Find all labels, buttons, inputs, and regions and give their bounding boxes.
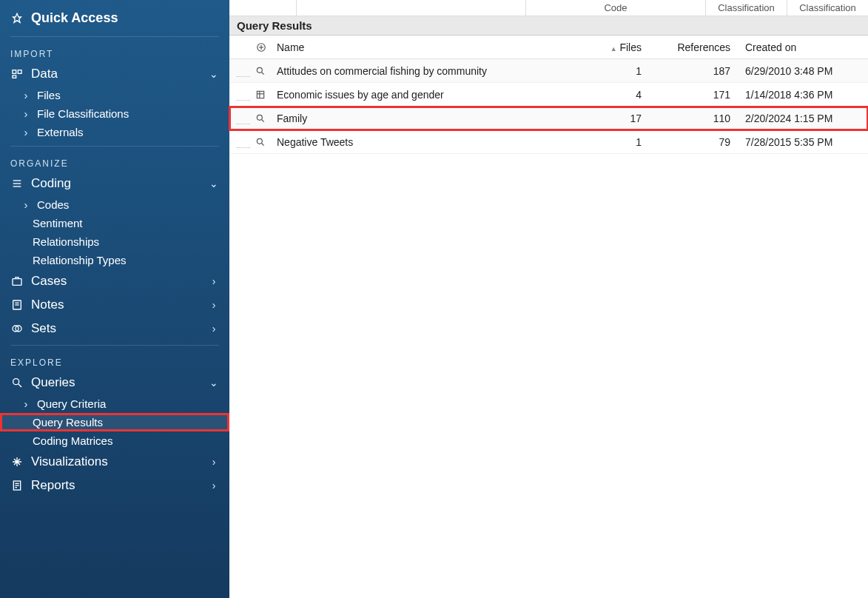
notes-icon [10, 298, 24, 312]
nav-reports[interactable]: Reports › [0, 474, 229, 497]
search-icon [10, 376, 24, 389]
col-name-label: Name [277, 41, 304, 53]
nav-sets-label: Sets [31, 321, 56, 336]
nav-queries-results[interactable]: Query Results [0, 413, 229, 431]
nav-coding-relationships[interactable]: Relationships [0, 232, 229, 251]
row-refs: 79 [653, 136, 742, 148]
row-name: Attitudes on commercial fishing by commu… [274, 65, 587, 77]
nav-coding-relationship-types-label: Relationship Types [33, 254, 126, 266]
report-icon [10, 479, 24, 492]
chevron-down-icon: ⌄ [209, 178, 219, 189]
nav-data-files[interactable]: › Files [0, 86, 229, 104]
quick-access-label: Quick Access [31, 10, 118, 26]
svg-line-27 [262, 119, 264, 121]
top-header-class1[interactable]: Classification [705, 0, 787, 16]
sets-icon [10, 322, 24, 335]
nav-data-file-classifications-label: File Classifications [37, 107, 129, 120]
results-table: Name ▲ Files References Created on Attit… [229, 36, 868, 154]
nav-queries-matrices-label: Coding Matrices [33, 434, 112, 447]
magnify-icon [255, 112, 266, 124]
nav-notes-label: Notes [31, 298, 64, 312]
section-explore: EXPLORE [0, 350, 229, 371]
col-created[interactable]: Created on [742, 41, 868, 53]
nav-visualizations-label: Visualizations [31, 454, 108, 469]
nav-coding-relationship-types[interactable]: Relationship Types [0, 251, 229, 269]
top-header-blank1 [229, 0, 296, 16]
svg-point-26 [257, 115, 262, 120]
nav-notes[interactable]: Notes › [0, 293, 229, 317]
top-header-row: Code Classification Classification [229, 0, 868, 16]
top-header-code[interactable]: Code [525, 0, 705, 16]
chevron-right-icon: › [209, 299, 219, 311]
row-date: 7/28/2015 5:35 PM [742, 136, 868, 148]
col-files[interactable]: ▲ Files [587, 41, 653, 53]
row-refs: 110 [653, 112, 742, 124]
nav-data-label: Data [31, 67, 58, 81]
nav-reports-label: Reports [31, 478, 75, 493]
col-references[interactable]: References [653, 41, 742, 53]
nav-sets[interactable]: Sets › [0, 317, 229, 340]
table-row-highlighted[interactable]: Family 17 110 2/20/2024 1:15 PM [229, 107, 868, 130]
table-header: Name ▲ Files References Created on [229, 36, 868, 59]
table-row[interactable]: Economic issues by age and gender 4 171 … [229, 83, 868, 107]
divider [10, 36, 219, 37]
quick-access[interactable]: Quick Access [0, 4, 229, 32]
sidebar: Quick Access IMPORT Data ⌄ › Files › Fil… [0, 0, 229, 598]
sort-asc-icon: ▲ [610, 45, 617, 53]
nav-coding-sentiment[interactable]: Sentiment [0, 214, 229, 232]
col-files-label: Files [619, 41, 642, 53]
svg-rect-0 [13, 70, 16, 74]
nav-coding-relationships-label: Relationships [33, 235, 99, 248]
nav-queries-matrices[interactable]: Coding Matrices [0, 431, 229, 450]
col-name[interactable]: Name [274, 41, 587, 53]
row-refs: 171 [653, 89, 742, 101]
magnify-icon [255, 136, 266, 148]
row-date: 6/29/2010 3:48 PM [742, 65, 868, 77]
row-files: 4 [587, 89, 653, 101]
top-header-class2[interactable]: Classification [787, 0, 868, 16]
nav-visualizations[interactable]: Visualizations › [0, 450, 229, 474]
nav-data[interactable]: Data ⌄ [0, 62, 229, 86]
nav-queries-criteria[interactable]: › Query Criteria [0, 394, 229, 413]
briefcase-icon [10, 275, 24, 288]
top-header-blank2 [296, 0, 525, 16]
chevron-right-icon: › [209, 275, 219, 287]
add-icon[interactable] [229, 42, 274, 53]
svg-point-12 [13, 379, 19, 385]
chevron-right-icon: › [21, 198, 31, 211]
row-date: 1/14/2018 4:36 PM [742, 89, 868, 101]
svg-point-28 [257, 138, 262, 144]
nav-cases[interactable]: Cases › [0, 269, 229, 293]
svg-line-13 [18, 384, 21, 387]
matrix-icon [255, 89, 266, 101]
nav-data-externals-label: Externals [37, 126, 84, 138]
col-created-label: Created on [745, 41, 796, 53]
data-icon [10, 67, 24, 81]
nav-cases-label: Cases [31, 274, 67, 289]
chevron-right-icon: › [209, 480, 219, 491]
chevron-right-icon: › [21, 126, 31, 138]
chevron-down-icon: ⌄ [209, 377, 219, 389]
nav-coding-label: Coding [31, 176, 71, 191]
nav-queries-criteria-label: Query Criteria [37, 397, 106, 410]
chevron-down-icon: ⌄ [209, 68, 219, 80]
nav-coding[interactable]: Coding ⌄ [0, 172, 229, 195]
chevron-right-icon: › [209, 456, 219, 468]
nav-coding-codes[interactable]: › Codes [0, 195, 229, 214]
nav-data-file-classifications[interactable]: › File Classifications [0, 104, 229, 123]
svg-rect-23 [257, 91, 263, 98]
query-results-title: Query Results [229, 16, 868, 36]
nav-coding-sentiment-label: Sentiment [33, 217, 83, 229]
table-row[interactable]: Negative Tweets 1 79 7/28/2015 5:35 PM [229, 130, 868, 154]
table-row[interactable]: Attitudes on commercial fishing by commu… [229, 59, 868, 83]
chevron-right-icon: › [21, 107, 31, 120]
nav-data-externals[interactable]: › Externals [0, 123, 229, 141]
svg-line-29 [262, 143, 264, 145]
list-icon [10, 177, 24, 190]
row-files: 17 [587, 112, 653, 124]
row-name: Negative Tweets [274, 136, 587, 148]
main-panel: Code Classification Classification Query… [229, 0, 868, 598]
nav-queries[interactable]: Queries ⌄ [0, 371, 229, 394]
svg-point-21 [257, 67, 262, 73]
row-name: Family [274, 112, 587, 124]
